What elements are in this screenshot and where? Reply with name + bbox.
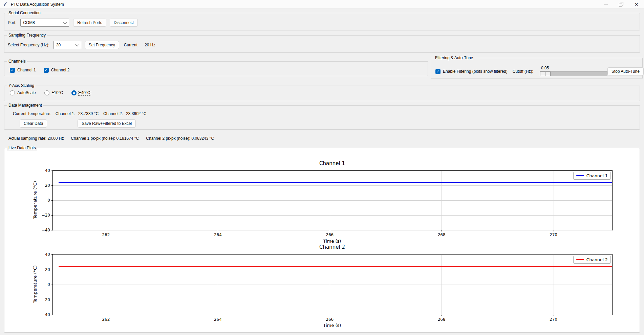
section-title: Y-Axis Scaling (7, 83, 36, 88)
save-excel-button[interactable]: Save Raw+Filtered to Excel (78, 119, 136, 128)
close-icon[interactable]: ✕ (629, 0, 644, 8)
chart1-x-axis-label: Time (s) (52, 239, 612, 244)
channel2-checkbox[interactable]: ✓ (44, 68, 49, 73)
current-frequency-value: 20 Hz (145, 43, 155, 47)
section-title: Serial Connection (7, 10, 42, 16)
disconnect-button[interactable]: Disconnect (110, 19, 138, 27)
legend-line-sample (576, 259, 584, 260)
cutoff-slider[interactable] (540, 71, 607, 76)
frequency-select[interactable]: 20 (53, 41, 81, 49)
port-select[interactable]: COM8 (20, 19, 69, 27)
chart1-legend: Channel 1 (573, 172, 611, 180)
sampling-rate-status: Actual sampling rate: 20.00 Hz (8, 136, 64, 141)
chart1-y-axis-label: Temperature (°C) (33, 181, 38, 219)
chart1-plot-area: Channel 1 26226426626827040200−20−40 (52, 170, 613, 230)
section-title: Live Data Plots (7, 146, 37, 151)
section-title: Channels (7, 59, 27, 64)
y-axis-scaling-section: Y-Axis Scaling AutoScale ±10°C ±40°C (4, 86, 640, 101)
select-frequency-label: Select Frequency (Hz): (8, 43, 49, 47)
window-controls: ✕ (598, 0, 644, 8)
legend-line-sample (576, 175, 584, 176)
channel2-noise-status: Channel 2 pk-pk (noise): 0.063243 °C (146, 136, 214, 141)
channel1-checkbox[interactable]: ✓ (10, 68, 15, 73)
app-window: PTC Data Acquisition System ✕ Serial Con… (0, 0, 644, 335)
cutoff-value: 0.05 (541, 66, 549, 70)
enable-filtering-label: Enable Filtering (plots show filtered) (443, 69, 508, 74)
channel1-checkbox-label: Channel 1 (17, 68, 36, 72)
section-title: Filtering & Auto-Tune (434, 55, 474, 61)
section-title: Sampling Frequency (7, 33, 47, 38)
channel1-noise-status: Channel 1 pk-pk (noise): 0.181674 °C (71, 136, 139, 141)
chart2-title: Channel 2 (52, 244, 612, 250)
frequency-select-value: 20 (56, 43, 72, 47)
channel2-checkbox-label: Channel 2 (51, 68, 70, 72)
legend-label: Channel 1 (586, 173, 608, 178)
chevron-down-icon (63, 20, 67, 24)
chart1-title: Channel 1 (52, 160, 612, 166)
chevron-down-icon (75, 43, 79, 46)
current-frequency-label: Current: (124, 43, 138, 47)
enable-filtering-checkbox[interactable]: ✓ (435, 69, 441, 74)
current-temperature-label: Current Temperature: (13, 111, 51, 116)
sampling-frequency-section: Sampling Frequency Select Frequency (Hz)… (4, 35, 640, 53)
stop-autotune-button[interactable]: Stop Auto-Tune (607, 67, 644, 75)
channel1-temp-label: Channel 1: (56, 111, 75, 116)
pm40c-radio[interactable] (71, 90, 77, 95)
filtering-autotune-section: Filtering & Auto-Tune ✓ Enable Filtering… (431, 58, 643, 79)
check-icon: ✓ (436, 70, 439, 73)
legend-label: Channel 2 (586, 257, 608, 262)
autoscale-radio-label: AutoScale (17, 90, 36, 95)
port-select-value: COM8 (23, 20, 60, 25)
channel2-temp-value: 23.3902 °C (126, 111, 146, 116)
title-bar: PTC Data Acquisition System ✕ (0, 0, 644, 9)
port-label: Port: (8, 20, 16, 25)
clear-data-button[interactable]: Clear Data (20, 119, 47, 128)
refresh-ports-button[interactable]: Refresh Ports (73, 19, 106, 27)
serial-connection-section: Serial Connection Port: COM8 Refresh Por… (4, 13, 640, 30)
tk-feather-icon (3, 2, 8, 7)
section-title: Data Management (7, 103, 43, 108)
channels-section: Channels ✓ Channel 1 ✓ Channel 2 (4, 61, 428, 76)
check-icon: ✓ (45, 68, 48, 72)
chart2-x-axis-label: Time (s) (52, 323, 612, 328)
channel1-temp-value: 23.7339 °C (78, 111, 99, 116)
restore-icon[interactable] (614, 0, 629, 8)
pm10c-radio-label: ±10°C (52, 90, 63, 95)
status-bar: Actual sampling rate: 20.00 Hz Channel 1… (8, 136, 214, 141)
minimize-icon[interactable] (598, 0, 614, 8)
chart2-y-axis-label: Temperature (°C) (33, 265, 38, 303)
cutoff-slider-block: 0.05 (540, 71, 607, 76)
pm40c-radio-label: ±40°C (79, 90, 90, 95)
data-management-section: Data Management Current Temperature: Cha… (4, 105, 640, 130)
cutoff-label: Cutoff (Hz): (513, 69, 533, 74)
chart2-plot-area: Channel 2 26226426626827040200−20−40 (52, 254, 613, 315)
check-icon: ✓ (11, 68, 14, 72)
autoscale-radio[interactable] (10, 90, 15, 95)
slider-handle[interactable] (540, 71, 551, 76)
chart2-legend: Channel 2 (573, 256, 611, 264)
pm10c-radio[interactable] (44, 90, 49, 95)
window-title: PTC Data Acquisition System (11, 2, 64, 7)
channel2-temp-label: Channel 2: (103, 111, 123, 116)
set-frequency-button[interactable]: Set Frequency (85, 41, 119, 49)
